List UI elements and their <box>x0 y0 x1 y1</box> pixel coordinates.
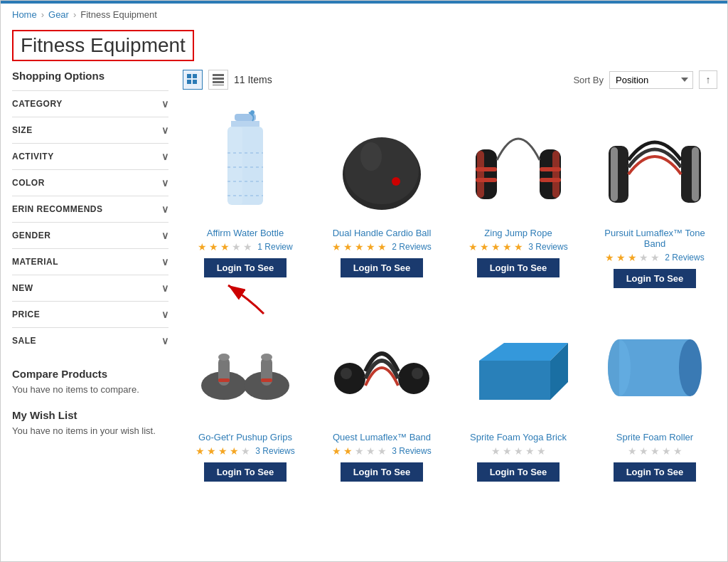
filter-activity-header[interactable]: ACTIVITY ∨ <box>12 144 168 169</box>
product-image-7 <box>598 311 712 425</box>
sort-select[interactable]: Position Product Name Price <box>609 71 693 89</box>
grid-view-button[interactable] <box>183 70 203 90</box>
svg-marker-45 <box>479 361 550 400</box>
svg-point-18 <box>345 137 419 204</box>
filter-color-header[interactable]: COLOR ∨ <box>12 170 168 196</box>
filter-price-header[interactable]: PRICE ∨ <box>12 302 168 327</box>
brick-icon <box>469 318 568 418</box>
toolbar: 11 Items Sort By Position Product Name P… <box>183 70 717 90</box>
svg-rect-6 <box>213 81 224 83</box>
chevron-material: ∨ <box>161 256 169 267</box>
svg-rect-24 <box>552 151 560 198</box>
product-card-1: Dual Handle Cardio Ball ★ ★ ★ ★ ★ 2 Revi… <box>319 101 444 294</box>
svg-rect-27 <box>540 167 561 171</box>
filter-erin[interactable]: ERIN RECOMMENDS ∨ <box>12 196 168 222</box>
login-to-see-3[interactable]: Login To See <box>614 269 697 288</box>
login-to-see-4[interactable]: Login To See <box>204 462 287 482</box>
filter-category-label: CATEGORY <box>12 99 63 109</box>
filter-sale-label: SALE <box>12 336 36 346</box>
login-to-see-6[interactable]: Login To See <box>477 462 560 482</box>
product-name-2[interactable]: Zing Jump Rope <box>484 228 552 238</box>
review-count-2[interactable]: 3 Reviews <box>528 242 567 252</box>
breadcrumb-gear[interactable]: Gear <box>48 9 69 20</box>
chevron-activity: ∨ <box>161 151 169 162</box>
product-name-6[interactable]: Sprite Foam Yoga Brick <box>470 432 567 442</box>
login-to-see-0[interactable]: Login To See <box>204 258 287 277</box>
roller-icon <box>605 325 705 410</box>
login-to-see-7[interactable]: Login To See <box>614 462 697 482</box>
chevron-size: ∨ <box>161 124 169 136</box>
filter-material-header[interactable]: MATERIAL ∨ <box>12 249 168 275</box>
svg-rect-7 <box>213 85 224 85</box>
svg-point-16 <box>250 110 255 115</box>
ball-icon <box>332 114 432 213</box>
rope-icon <box>469 110 568 217</box>
product-stars-5: ★ ★ ★ ★ ★ 3 Reviews <box>332 445 431 457</box>
filter-price-label: PRICE <box>12 309 40 319</box>
product-name-5[interactable]: Quest Lumaflex™ Band <box>333 432 431 442</box>
review-count-1[interactable]: 2 Reviews <box>392 242 431 252</box>
filter-gender[interactable]: GENDER ∨ <box>12 222 168 248</box>
review-count-5[interactable]: 3 Reviews <box>392 446 431 456</box>
product-grid: Affirm Water Bottle ★ ★ ★ ★ ★ 1 Review L… <box>183 101 717 487</box>
wishlist-section: My Wish List You have no items in your w… <box>12 409 168 436</box>
product-name-3[interactable]: Pursuit Lumaflex™ Tone Band <box>598 228 712 249</box>
filter-gender-label: GENDER <box>12 230 50 240</box>
product-stars-3: ★ ★ ★ ★ ★ 2 Reviews <box>605 252 704 263</box>
filter-size[interactable]: SIZE ∨ <box>12 117 168 143</box>
qband-icon <box>332 314 432 421</box>
review-count-3[interactable]: 2 Reviews <box>665 253 704 263</box>
compare-section: Compare Products You have no items to co… <box>12 368 168 395</box>
product-name-0[interactable]: Affirm Water Bottle <box>207 228 284 238</box>
sort-asc-button[interactable]: ↑ <box>699 70 717 89</box>
filter-new[interactable]: NEW ∨ <box>12 275 168 301</box>
product-name-4[interactable]: Go-Get'r Pushup Grips <box>198 432 292 442</box>
filter-color[interactable]: COLOR ∨ <box>12 169 168 196</box>
filter-sale[interactable]: SALE ∨ <box>12 327 168 354</box>
svg-point-44 <box>412 368 423 379</box>
filter-new-header[interactable]: NEW ∨ <box>12 275 168 301</box>
filter-list: CATEGORY ∨ SIZE ∨ ACTIVITY ∨ <box>12 90 168 354</box>
items-count: 11 Items <box>234 74 272 85</box>
product-stars-6: ★ ★ ★ ★ ★ <box>491 445 546 457</box>
review-count-0[interactable]: 1 Review <box>257 242 292 252</box>
login-to-see-5[interactable]: Login To See <box>341 462 424 482</box>
product-image-2 <box>461 107 575 221</box>
filter-sale-header[interactable]: SALE ∨ <box>12 328 168 354</box>
product-stars-7: ★ ★ ★ ★ ★ <box>628 445 682 457</box>
filter-gender-header[interactable]: GENDER ∨ <box>12 223 168 248</box>
filter-category-header[interactable]: CATEGORY ∨ <box>12 91 168 117</box>
product-name-7[interactable]: Sprite Foam Roller <box>616 432 693 442</box>
product-image-5 <box>325 311 439 425</box>
filter-erin-header[interactable]: ERIN RECOMMENDS ∨ <box>12 196 168 222</box>
product-name-1[interactable]: Dual Handle Cardio Ball <box>333 228 432 238</box>
filter-activity-label: ACTIVITY <box>12 152 54 161</box>
review-count-4[interactable]: 3 Reviews <box>255 446 294 456</box>
svg-point-50 <box>679 339 702 396</box>
svg-point-38 <box>261 354 272 361</box>
svg-point-42 <box>341 368 352 379</box>
product-stars-0: ★ ★ ★ ★ ★ 1 Review <box>198 241 292 253</box>
filter-material[interactable]: MATERIAL ∨ <box>12 248 168 275</box>
filter-color-label: COLOR <box>12 178 45 188</box>
filter-price[interactable]: PRICE ∨ <box>12 301 168 327</box>
toolbar-left: 11 Items <box>183 70 272 90</box>
breadcrumb-sep-2: › <box>73 9 76 20</box>
chevron-sale: ∨ <box>161 335 169 346</box>
wishlist-text: You have no items in your wish list. <box>12 425 168 436</box>
filter-category[interactable]: CATEGORY ∨ <box>12 90 168 117</box>
svg-rect-40 <box>261 378 272 382</box>
product-image-1 <box>325 107 439 221</box>
svg-rect-22 <box>477 151 484 198</box>
filter-activity[interactable]: ACTIVITY ∨ <box>12 143 168 169</box>
compare-title: Compare Products <box>12 368 168 380</box>
svg-rect-0 <box>187 74 191 78</box>
login-to-see-1[interactable]: Login To See <box>341 258 424 277</box>
page-title-wrapper: Fitness Equipment <box>1 26 727 70</box>
filter-new-label: NEW <box>12 283 33 293</box>
breadcrumb-sep-1: › <box>41 9 44 20</box>
breadcrumb-home[interactable]: Home <box>12 9 37 20</box>
login-to-see-2[interactable]: Login To See <box>477 258 560 277</box>
list-view-button[interactable] <box>208 70 228 90</box>
filter-size-header[interactable]: SIZE ∨ <box>12 117 168 143</box>
